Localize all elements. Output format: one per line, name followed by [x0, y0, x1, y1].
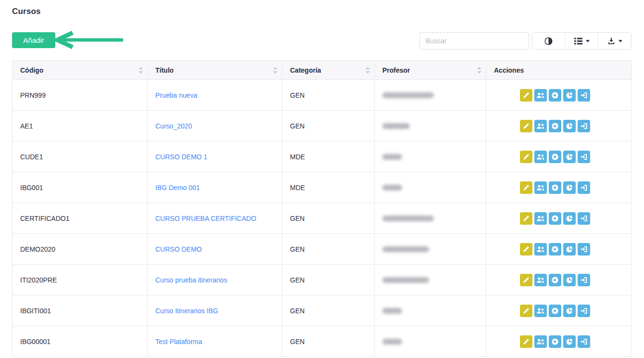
chevron-down-icon — [619, 40, 622, 42]
sign-in-icon — [580, 91, 588, 99]
title-cell: IBG Demo 001 — [148, 172, 282, 203]
columns-button[interactable] — [566, 33, 599, 49]
students-button[interactable] — [534, 274, 547, 286]
edit-button[interactable] — [520, 305, 532, 317]
students-button[interactable] — [534, 151, 547, 163]
sign-in-icon — [580, 215, 588, 222]
access-button[interactable] — [549, 212, 561, 225]
toggle-view-button[interactable] — [532, 33, 566, 49]
table-row: IBGITI001 Curso Itinerarios IBG GEN — [13, 295, 632, 326]
sign-in-icon — [580, 245, 588, 253]
enter-course-button[interactable] — [578, 89, 590, 102]
sort-icon — [477, 67, 481, 74]
stats-button[interactable] — [563, 212, 576, 225]
users-icon — [536, 246, 545, 253]
title-cell: CURSO DEMO 1 — [148, 141, 282, 172]
course-title-link[interactable]: Curso_2020 — [155, 122, 192, 130]
code-cell: IBG00001 — [13, 326, 148, 357]
course-title-link[interactable]: IBG Demo 001 — [155, 184, 200, 192]
edit-button[interactable] — [520, 120, 532, 132]
category-cell: GEN — [282, 234, 375, 265]
column-header-label: Profesor — [382, 66, 410, 74]
enter-course-button[interactable] — [578, 151, 590, 163]
access-button[interactable] — [549, 151, 561, 163]
add-button[interactable]: Añadir — [12, 32, 55, 48]
enter-course-button[interactable] — [578, 243, 590, 256]
stats-button[interactable] — [563, 120, 576, 132]
professor-cell — [375, 111, 486, 141]
enter-course-button[interactable] — [578, 305, 590, 317]
pencil-icon — [523, 307, 530, 314]
code-cell: IBG001 — [13, 172, 148, 203]
course-title-link[interactable]: CURSO DEMO 1 — [155, 153, 207, 161]
students-button[interactable] — [534, 120, 547, 132]
category-cell: GEN — [282, 326, 375, 357]
table-row: AE1 Curso_2020 GEN — [13, 111, 632, 141]
export-button[interactable] — [598, 33, 631, 49]
category-cell: GEN — [282, 265, 375, 295]
search-input[interactable] — [419, 32, 529, 50]
enter-course-button[interactable] — [578, 120, 590, 132]
column-header[interactable]: Código — [13, 61, 148, 80]
stats-button[interactable] — [563, 305, 576, 317]
arrow-circle-right-icon — [551, 184, 559, 192]
students-button[interactable] — [534, 181, 547, 194]
professor-cell — [375, 234, 486, 265]
edit-button[interactable] — [520, 89, 532, 102]
course-title-link[interactable]: Prueba nueva — [155, 91, 197, 99]
title-cell: Curso Itinerarios IBG — [148, 295, 282, 326]
access-button[interactable] — [549, 274, 561, 286]
edit-button[interactable] — [520, 151, 532, 163]
edit-button[interactable] — [520, 181, 532, 194]
enter-course-button[interactable] — [578, 274, 590, 286]
course-title-link[interactable]: Test Plataforma — [155, 338, 202, 345]
edit-button[interactable] — [520, 274, 532, 286]
column-header[interactable]: Título — [148, 61, 282, 80]
edit-button[interactable] — [520, 212, 532, 225]
stats-button[interactable] — [563, 243, 576, 256]
stats-button[interactable] — [563, 274, 576, 286]
professor-redacted-text — [382, 339, 402, 345]
students-button[interactable] — [534, 305, 547, 317]
professor-redacted-text — [382, 308, 402, 314]
column-header[interactable]: Profesor — [375, 61, 486, 80]
column-header-label: Título — [155, 66, 174, 74]
column-header[interactable]: Acciones — [486, 61, 632, 80]
edit-button[interactable] — [520, 243, 532, 256]
category-cell: MDE — [282, 141, 375, 172]
stats-button[interactable] — [563, 335, 576, 348]
access-button[interactable] — [549, 89, 561, 102]
column-header[interactable]: Categoría — [282, 61, 375, 80]
pie-chart-icon — [566, 91, 573, 99]
stats-button[interactable] — [563, 89, 576, 102]
students-button[interactable] — [534, 89, 547, 102]
access-button[interactable] — [549, 181, 561, 194]
students-button[interactable] — [534, 212, 547, 225]
students-button[interactable] — [534, 243, 547, 256]
actions-cell — [486, 111, 632, 141]
users-icon — [536, 153, 545, 160]
professor-cell — [375, 172, 486, 203]
access-button[interactable] — [549, 335, 561, 348]
enter-course-button[interactable] — [578, 335, 590, 348]
access-button[interactable] — [549, 120, 561, 132]
stats-button[interactable] — [563, 181, 576, 194]
table-toolbar — [532, 32, 631, 50]
column-header-label: Acciones — [494, 66, 524, 74]
arrow-circle-right-icon — [551, 338, 559, 345]
arrow-circle-right-icon — [551, 276, 559, 284]
access-button[interactable] — [549, 243, 561, 256]
category-cell: MDE — [282, 172, 375, 203]
stats-button[interactable] — [563, 151, 576, 163]
pie-chart-icon — [566, 307, 573, 315]
course-title-link[interactable]: Curso prueba itinerarios — [155, 276, 227, 284]
course-title-link[interactable]: CURSO DEMO — [155, 245, 202, 253]
students-button[interactable] — [534, 335, 547, 348]
course-title-link[interactable]: CURSO PRUEBA CERTIFICADO — [155, 215, 256, 222]
access-button[interactable] — [549, 305, 561, 317]
edit-button[interactable] — [520, 335, 532, 348]
table-row: CERTIFICADO1 CURSO PRUEBA CERTIFICADO GE… — [13, 203, 632, 234]
enter-course-button[interactable] — [578, 212, 590, 225]
course-title-link[interactable]: Curso Itinerarios IBG — [155, 307, 218, 315]
enter-course-button[interactable] — [578, 181, 590, 194]
